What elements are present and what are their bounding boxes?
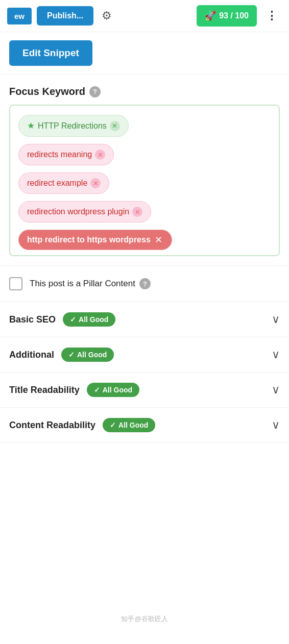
accordion-content-readability-left: Content Readability All Good bbox=[9, 418, 155, 432]
focus-keyword-title: Focus Keyword ? bbox=[9, 86, 280, 97]
focus-keyword-section: Focus Keyword ? ★ HTTP Redirections ✕ re… bbox=[0, 75, 289, 266]
accordion-content-readability[interactable]: Content Readability All Good ∨ bbox=[0, 408, 289, 443]
keyword-tag-primary: ★ HTTP Redirections ✕ bbox=[18, 115, 129, 137]
accordion-additional-chevron: ∨ bbox=[272, 348, 280, 361]
edit-snippet-section: Edit Snippet bbox=[0, 32, 289, 75]
remove-keyword-2-button[interactable]: ✕ bbox=[90, 178, 101, 188]
remove-keyword-1-button[interactable]: ✕ bbox=[95, 150, 105, 160]
prev-button[interactable]: ew bbox=[7, 8, 32, 24]
star-icon: ★ bbox=[27, 120, 35, 131]
accordion-title-readability-left: Title Readability All Good bbox=[9, 383, 139, 397]
keyword-text-1: redirects meaning bbox=[27, 150, 92, 159]
remove-keyword-0-button[interactable]: ✕ bbox=[110, 121, 120, 131]
gear-icon: ⚙ bbox=[102, 9, 112, 22]
toolbar: ew Publish... ⚙ 🚀 93 / 100 ⋮ bbox=[0, 0, 289, 32]
keyword-text-primary: HTTP Redirections bbox=[38, 121, 107, 131]
accordion-additional-left: Additional All Good bbox=[9, 348, 114, 362]
accordion-title-readability-chevron: ∨ bbox=[272, 383, 280, 397]
watermark: 知乎@谷歌匠人 bbox=[121, 614, 167, 624]
remove-keyword-4-button[interactable]: ✕ bbox=[154, 235, 163, 244]
accordion-content-readability-badge: All Good bbox=[103, 418, 155, 432]
keyword-tag-2: redirect example ✕ bbox=[18, 172, 109, 194]
keywords-box: ★ HTTP Redirections ✕ redirects meaning … bbox=[9, 105, 280, 256]
accordion-title-readability-badge: All Good bbox=[87, 383, 139, 397]
gear-button[interactable]: ⚙ bbox=[99, 6, 115, 26]
pillar-help-icon[interactable]: ? bbox=[139, 278, 151, 289]
accordion-basic-seo-chevron: ∨ bbox=[272, 313, 280, 326]
keyword-text-2: redirect example bbox=[27, 179, 87, 188]
publish-button[interactable]: Publish... bbox=[37, 6, 93, 26]
more-icon: ⋮ bbox=[266, 9, 278, 22]
rocket-icon: 🚀 bbox=[205, 10, 216, 21]
more-button[interactable]: ⋮ bbox=[262, 7, 282, 24]
pillar-label: This post is a Pillar Content ? bbox=[30, 278, 151, 289]
score-button[interactable]: 🚀 93 / 100 bbox=[197, 5, 257, 27]
keyword-text-error: http redirect to https wordpress bbox=[27, 235, 151, 244]
pillar-section: This post is a Pillar Content ? bbox=[0, 266, 289, 302]
accordion-title-readability[interactable]: Title Readability All Good ∨ bbox=[0, 373, 289, 408]
accordion-additional-title: Additional bbox=[9, 350, 54, 360]
accordion-basic-seo-left: Basic SEO All Good bbox=[9, 312, 115, 327]
score-value: 93 / 100 bbox=[219, 11, 249, 20]
focus-keyword-help-icon[interactable]: ? bbox=[89, 86, 101, 97]
pillar-checkbox[interactable] bbox=[9, 277, 22, 290]
keyword-tag-3: redirection wordpress plugin ✕ bbox=[18, 201, 151, 222]
accordion-title-readability-title: Title Readability bbox=[9, 385, 80, 395]
pillar-label-text: This post is a Pillar Content bbox=[30, 279, 135, 289]
keyword-tag-1: redirects meaning ✕ bbox=[18, 144, 114, 165]
focus-keyword-label: Focus Keyword bbox=[9, 86, 85, 97]
accordion-content-readability-chevron: ∨ bbox=[272, 418, 280, 432]
accordion-basic-seo-title: Basic SEO bbox=[9, 314, 56, 325]
accordion-additional[interactable]: Additional All Good ∨ bbox=[0, 337, 289, 373]
keyword-text-3: redirection wordpress plugin bbox=[27, 207, 129, 216]
accordion-basic-seo[interactable]: Basic SEO All Good ∨ bbox=[0, 302, 289, 337]
accordion-content-readability-title: Content Readability bbox=[9, 420, 95, 431]
keyword-tag-error: http redirect to https wordpress ✕ bbox=[18, 230, 172, 250]
accordion-additional-badge: All Good bbox=[61, 348, 114, 362]
accordion-basic-seo-badge: All Good bbox=[63, 312, 115, 327]
remove-keyword-3-button[interactable]: ✕ bbox=[132, 207, 142, 217]
edit-snippet-button[interactable]: Edit Snippet bbox=[9, 40, 92, 66]
